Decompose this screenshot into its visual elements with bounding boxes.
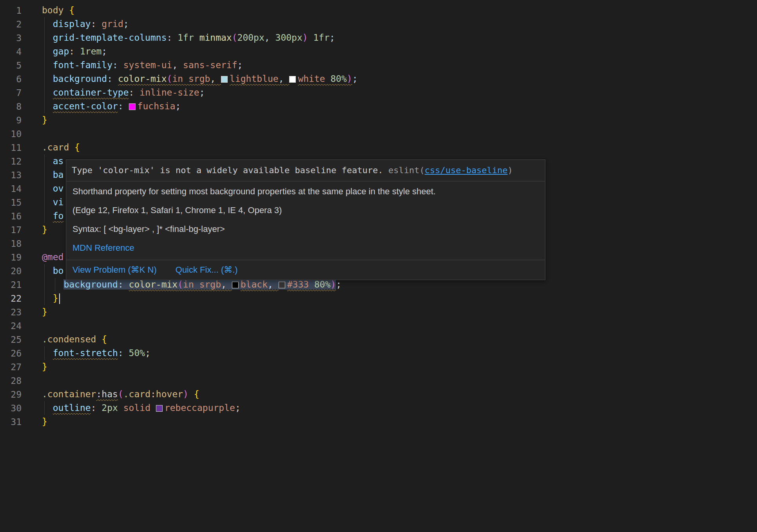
- code-line[interactable]: 8 accent-color: fuchsia;: [0, 100, 757, 113]
- code-text[interactable]: }: [42, 113, 47, 127]
- code-text[interactable]: .card {: [42, 141, 80, 154]
- code-line[interactable]: 2 display: grid;: [0, 17, 757, 31]
- code-token: [42, 101, 53, 111]
- code-token: ;: [101, 46, 107, 56]
- code-text[interactable]: }: [42, 360, 47, 374]
- code-token: :: [118, 279, 123, 290]
- code-line[interactable]: 30 outline: 2px solid rebeccapurple;: [0, 401, 757, 415]
- indent-guide: [44, 209, 45, 223]
- color-swatch[interactable]: [221, 76, 228, 83]
- line-number: 21: [0, 280, 22, 290]
- code-text[interactable]: background: color-mix(in srgb, lightblue…: [42, 72, 358, 86]
- code-token: }: [42, 416, 47, 427]
- code-text[interactable]: @med: [42, 250, 63, 264]
- code-line[interactable]: 3 grid-template-columns: 1fr minmax(200p…: [0, 31, 757, 45]
- code-line[interactable]: 11.card {: [0, 141, 757, 154]
- code-token: [96, 19, 102, 29]
- color-swatch[interactable]: [289, 76, 296, 83]
- line-number: 23: [0, 307, 22, 317]
- code-token: [226, 279, 232, 290]
- code-text[interactable]: display: grid;: [42, 17, 129, 31]
- property-description: Shorthand property for setting most back…: [72, 186, 539, 197]
- color-swatch[interactable]: [279, 282, 285, 288]
- code-line[interactable]: 22 }: [0, 291, 757, 305]
- view-problem-action[interactable]: View Problem (⌘K N): [72, 264, 157, 275]
- code-text[interactable]: grid-template-columns: 1fr minmax(200px,…: [42, 31, 335, 45]
- diagnostic-rule-link[interactable]: css/use-baseline: [425, 165, 508, 175]
- code-text[interactable]: }: [42, 223, 47, 237]
- code-text[interactable]: .condensed {: [42, 333, 107, 346]
- indent-guide: [44, 291, 45, 305]
- code-line[interactable]: 31}: [0, 415, 757, 429]
- code-line[interactable]: 27}: [0, 360, 757, 374]
- indent-guide: [44, 100, 45, 113]
- color-swatch[interactable]: [129, 103, 136, 110]
- code-line[interactable]: 10: [0, 127, 757, 141]
- code-text[interactable]: .container:has(.card:hover) {: [42, 387, 199, 401]
- code-token: ;: [237, 60, 243, 70]
- color-swatch[interactable]: [156, 405, 163, 412]
- line-number: 2: [0, 19, 22, 29]
- color-swatch[interactable]: [232, 282, 239, 288]
- code-line[interactable]: 29.container:has(.card:hover) {: [0, 387, 757, 401]
- code-line[interactable]: 23}: [0, 305, 757, 319]
- code-token: [42, 348, 53, 358]
- code-token: display: [53, 19, 91, 29]
- code-text[interactable]: }: [42, 305, 47, 319]
- code-token: [112, 74, 118, 84]
- code-line[interactable]: 26 font-stretch: 50%;: [0, 346, 757, 360]
- code-text[interactable]: gap: 1rem;: [42, 45, 107, 58]
- code-text[interactable]: outline: 2px solid rebeccapurple;: [42, 401, 241, 415]
- code-token: [42, 211, 53, 221]
- code-token: :: [118, 348, 123, 358]
- code-token: [134, 87, 139, 98]
- line-number: 11: [0, 143, 22, 153]
- code-line[interactable]: 7 container-type: inline-size;: [0, 86, 757, 100]
- code-token: [42, 46, 53, 56]
- code-text[interactable]: font-stretch: 50%;: [42, 346, 150, 360]
- mdn-reference-link[interactable]: MDN Reference: [72, 243, 134, 253]
- code-line[interactable]: 9}: [0, 113, 757, 127]
- hover-tooltip: Type 'color-mix' is not a widely availab…: [66, 159, 545, 280]
- code-token: 300px: [275, 33, 302, 43]
- code-token: [284, 74, 290, 84]
- code-token: (: [118, 389, 123, 399]
- code-token: ,: [210, 74, 216, 84]
- code-line[interactable]: 24: [0, 319, 757, 333]
- code-line[interactable]: 28: [0, 374, 757, 387]
- line-number: 4: [0, 47, 22, 57]
- code-token: (: [177, 279, 183, 290]
- code-text[interactable]: }: [42, 291, 60, 305]
- code-line[interactable]: 25.condensed {: [0, 333, 757, 346]
- code-text[interactable]: as: [42, 154, 63, 168]
- code-text[interactable]: container-type: inline-size;: [42, 86, 205, 100]
- code-text[interactable]: body {: [42, 4, 74, 17]
- code-text[interactable]: bo: [42, 264, 63, 278]
- code-token: vi: [53, 197, 64, 207]
- code-token: [42, 74, 53, 84]
- quick-fix-action[interactable]: Quick Fix... (⌘.): [176, 264, 238, 275]
- code-text[interactable]: ov: [42, 182, 63, 195]
- code-line[interactable]: 5 font-family: system-ui, sans-serif;: [0, 58, 757, 72]
- code-text[interactable]: fo: [42, 209, 63, 223]
- code-token: :: [129, 87, 134, 98]
- diagnostic-source-prefix: eslint(: [388, 165, 425, 175]
- code-text[interactable]: }: [42, 415, 47, 429]
- code-token: ba: [53, 170, 64, 180]
- code-token: 2px: [101, 403, 118, 413]
- code-line[interactable]: 4 gap: 1rem;: [0, 45, 757, 58]
- line-number: 29: [0, 389, 22, 400]
- code-token: body: [42, 5, 63, 15]
- code-text[interactable]: ba: [42, 168, 63, 182]
- code-text[interactable]: accent-color: fuchsia;: [42, 100, 181, 113]
- line-number: 14: [0, 184, 22, 194]
- code-line[interactable]: 6 background: color-mix(in srgb, lightbl…: [0, 72, 757, 86]
- diagnostic-source-suffix: ): [508, 165, 513, 175]
- code-token: in: [183, 279, 194, 290]
- code-line[interactable]: 1body {: [0, 4, 757, 17]
- code-text[interactable]: font-family: system-ui, sans-serif;: [42, 58, 243, 72]
- code-editor[interactable]: 1body {2 display: grid;3 grid-template-c…: [0, 0, 757, 532]
- code-token: ,: [279, 74, 284, 84]
- code-text[interactable]: vi: [42, 195, 63, 209]
- code-token: lightblue: [221, 74, 279, 84]
